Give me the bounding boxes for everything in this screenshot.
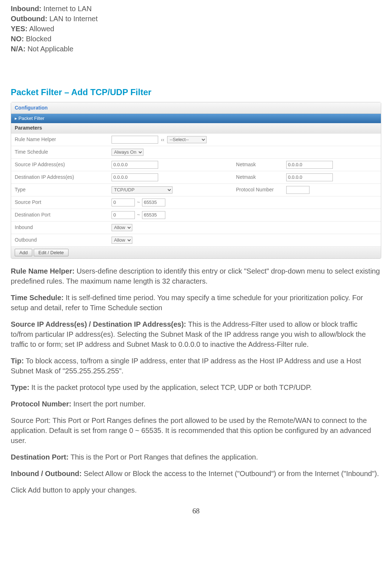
source-ip-input[interactable] <box>112 161 158 169</box>
source-port-label: Source Port <box>11 196 108 209</box>
def-na: N/A: Not Applicable <box>11 44 381 54</box>
edit-delete-button[interactable]: Edit / Delete <box>34 249 69 256</box>
dest-ip-label: Destination IP Address(es) <box>11 171 108 183</box>
protocol-num-input[interactable] <box>286 186 310 194</box>
row-inbound: Inbound Allow <box>11 221 381 234</box>
time-schedule-select[interactable]: Always On <box>112 149 143 156</box>
parameters-header: Parameters <box>11 123 381 134</box>
desc-rule-helper: Rule Name Helper: Users-define descripti… <box>11 266 381 286</box>
dest-port-from-input[interactable] <box>112 211 135 219</box>
desc-source-port: Source Port: This Port or Port Ranges de… <box>11 415 381 446</box>
row-type: Type TCP/UDP Protocol Number <box>11 183 381 196</box>
row-source-port: Source Port ~ <box>11 196 381 209</box>
type-select[interactable]: TCP/UDP <box>112 186 173 194</box>
desc-ip-addr: Source IP Address(es) / Destination IP A… <box>11 319 381 349</box>
row-dest-port: Destination Port ~ <box>11 209 381 221</box>
dest-ip-input[interactable] <box>112 173 158 181</box>
dest-port-to-input[interactable] <box>142 211 165 219</box>
row-rule-name: Rule Name Helper ‹‹ --Select-- <box>11 134 381 146</box>
page-number: 68 <box>11 506 381 516</box>
def-yes: YES: Allowed <box>11 24 381 34</box>
inbound-label: Inbound <box>11 221 108 234</box>
desc-click-add: Click Add button to apply your changes. <box>11 485 381 495</box>
netmask2-label: Netmask <box>232 171 283 183</box>
desc-dest-port: Destination Port: This is the Port or Po… <box>11 452 381 462</box>
button-row: Add Edit / Delete <box>11 247 381 258</box>
dest-port-label: Destination Port <box>11 209 108 221</box>
row-outbound: Outbound Allow <box>11 234 381 246</box>
def-inbound: Inbound: Internet to LAN <box>11 4 381 14</box>
desc-inout: Inbound / Outbound: Select Allow or Bloc… <box>11 469 381 479</box>
source-ip-label: Source IP Address(es) <box>11 158 108 171</box>
helper-arrows: ‹‹ <box>161 136 164 142</box>
netmask1-input[interactable] <box>286 161 333 169</box>
row-time-schedule: Time Schedule Always On <box>11 146 381 158</box>
def-outbound: Outbound: LAN to Internet <box>11 14 381 24</box>
row-dest-ip: Destination IP Address(es) Netmask <box>11 171 381 183</box>
desc-type: Type: It is the packet protocol type use… <box>11 382 381 392</box>
source-port-from-input[interactable] <box>112 199 135 206</box>
type-label: Type <box>11 183 108 196</box>
time-schedule-label: Time Schedule <box>11 146 108 158</box>
helper-select[interactable]: --Select-- <box>167 136 207 143</box>
config-panel: Configuration ▸ Packet Filter Parameters… <box>11 102 381 259</box>
desc-tip: Tip: To block access, to/from a single I… <box>11 356 381 376</box>
rule-name-input[interactable] <box>112 136 158 144</box>
netmask1-label: Netmask <box>232 158 283 171</box>
source-port-to-input[interactable] <box>142 199 165 206</box>
config-header: Configuration <box>11 102 381 114</box>
section-heading: Packet Filter – Add TCP/UDP Filter <box>11 86 381 98</box>
outbound-label: Outbound <box>11 234 108 246</box>
desc-protocol: Protocol Number: Insert the port number. <box>11 399 381 409</box>
rule-name-label: Rule Name Helper <box>11 134 108 146</box>
dash-separator: ~ <box>136 212 141 218</box>
packet-filter-section[interactable]: ▸ Packet Filter <box>11 114 381 123</box>
desc-time-schedule: Time Schedule: It is self-defined time p… <box>11 293 381 313</box>
outbound-select[interactable]: Allow <box>112 237 132 244</box>
def-no: NO: Blocked <box>11 34 381 44</box>
netmask2-input[interactable] <box>286 173 333 181</box>
protocol-num-label: Protocol Number <box>232 183 283 196</box>
form-table: Rule Name Helper ‹‹ --Select-- Time Sche… <box>11 134 381 247</box>
inbound-select[interactable]: Allow <box>112 224 132 231</box>
dash-separator: ~ <box>136 199 141 205</box>
add-button[interactable]: Add <box>15 249 32 256</box>
row-source-ip: Source IP Address(es) Netmask <box>11 158 381 171</box>
